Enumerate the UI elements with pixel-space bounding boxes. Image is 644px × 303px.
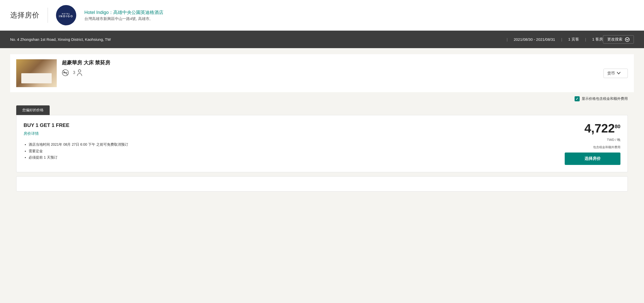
price-tax-note: 包含税金和额外费用: [593, 145, 620, 149]
room-image: [16, 59, 57, 87]
price-main: 4,722 80: [584, 122, 620, 135]
room-image-inner: [16, 59, 57, 87]
search-dates: 2021/08/30 - 2021/08/31: [514, 37, 555, 42]
currency-dropdown[interactable]: 货币: [603, 69, 628, 78]
preferred-price-tab[interactable]: 您偏好的价格: [16, 105, 50, 115]
price-card-bullets: 酒店当地时间 2021年 08月 27日 6:00 下午 之前可免费取消预订 需…: [24, 142, 565, 160]
page-title: 选择房价: [10, 10, 40, 20]
page-header: 选择房价 HOTEL INDIGO Hotel Indigo：高雄中央公園英迪格…: [0, 0, 644, 31]
search-bar: No. 4 Zhongshan 1st Road, Xinxing Distri…: [0, 31, 644, 48]
svg-rect-2: [66, 72, 67, 73]
change-search-label: 更改搜索: [607, 37, 622, 42]
search-guests: 1 宾客: [568, 37, 579, 42]
change-search-button[interactable]: 更改搜索: [603, 35, 634, 44]
room-details: 超豪華房 大床 禁菸房 3: [62, 59, 598, 76]
bullet-2: 需要定金: [29, 149, 565, 154]
search-address: No. 4 Zhongshan 1st Road, Xinxing Distri…: [10, 37, 501, 42]
person-count-number: 3: [73, 70, 75, 75]
logo-hotel-text: HOTEL: [62, 13, 70, 15]
search-sep-3: |: [585, 37, 586, 42]
search-sep-1: |: [507, 37, 508, 42]
tab-bar: 您偏好的价格: [16, 105, 628, 115]
price-card-title: BUY 1 GET 1 FREE: [24, 122, 565, 128]
tax-checkbox-label: 显示价格包含税金和额外费用: [582, 97, 628, 101]
room-header: 超豪華房 大床 禁菸房 3: [10, 54, 634, 92]
currency-label: 货币: [607, 71, 615, 76]
price-integer: 4,722: [584, 122, 615, 135]
bottom-partial-card: [16, 176, 628, 192]
svg-point-3: [78, 70, 81, 72]
checkbox-box: ✓: [575, 96, 580, 101]
chevron-down-icon: [625, 37, 630, 42]
checkbox-check-icon: ✓: [576, 97, 579, 101]
price-cents: 80: [615, 124, 620, 129]
room-amenities: 3: [62, 69, 598, 76]
price-card-left: BUY 1 GET 1 FREE 房价详情 酒店当地时间 2021年 08月 2…: [24, 122, 565, 162]
hotel-logo: HOTEL INDIGO: [56, 5, 76, 25]
select-room-button[interactable]: 选择房价: [565, 153, 620, 165]
no-smoking-icon: [62, 69, 69, 76]
price-card: BUY 1 GET 1 FREE 房价详情 酒店当地时间 2021年 08月 2…: [16, 115, 628, 172]
price-filter-section: ✓ 显示价格包含税金和额外费用 您偏好的价格 BUY 1 GET 1 FREE …: [10, 92, 634, 192]
hotel-address: 台灣高雄市新興區中山一路4號, 高雄市,: [84, 16, 163, 21]
search-sep-2: |: [561, 37, 562, 42]
hotel-info: Hotel Indigo：高雄中央公園英迪格酒店 台灣高雄市新興區中山一路4號,…: [84, 9, 163, 21]
room-name: 超豪華房 大床 禁菸房: [62, 59, 598, 66]
logo-indigo-text: INDIGO: [59, 15, 73, 18]
bullet-1: 酒店当地时间 2021年 08月 27日 6:00 下午 之前可免费取消预订: [29, 142, 565, 147]
main-content: 超豪華房 大床 禁菸房 3: [0, 48, 644, 198]
tax-checkbox[interactable]: ✓ 显示价格包含税金和额外费用: [575, 96, 628, 101]
currency-dropdown-arrow-icon: [617, 72, 620, 74]
room-rate-details-link[interactable]: 房价详情: [24, 131, 39, 136]
hotel-name-link[interactable]: Hotel Indigo：高雄中央公園英迪格酒店: [84, 9, 163, 15]
header-divider: [48, 8, 48, 23]
person-count: 3: [73, 69, 82, 76]
search-rooms: 1 客房: [592, 37, 603, 42]
price-card-right: 4,722 80 TWD / 晚 包含税金和额外费用 选择房价: [565, 122, 620, 165]
bullet-3: 必须提前 1 天预订: [29, 155, 565, 160]
price-unit: TWD / 晚: [607, 138, 620, 142]
price-filter-header: ✓ 显示价格包含税金和额外费用: [16, 96, 628, 101]
